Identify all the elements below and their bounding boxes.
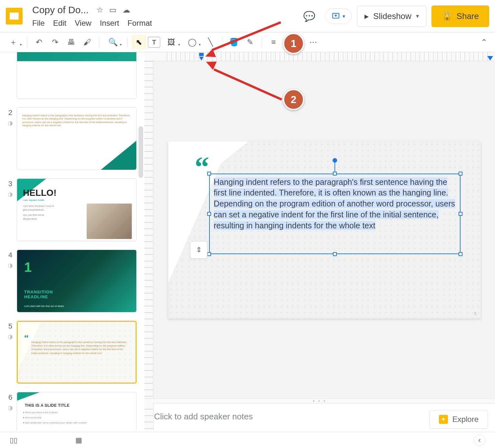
ruler-right-indent[interactable] <box>487 56 493 61</box>
present-button[interactable]: ▾ <box>325 8 352 24</box>
slides-logo <box>6 8 23 24</box>
animation-icon: ◑ <box>8 333 13 340</box>
menu-file[interactable]: File <box>32 19 45 28</box>
shape-button[interactable]: ◯ <box>183 35 201 49</box>
filmstrip-slide[interactable]: 2 ◑ Hanging indent refers to the paragra… <box>4 107 137 170</box>
explore-icon: ✦ <box>439 415 448 424</box>
cloud-icon[interactable]: ☁ <box>122 5 130 14</box>
thumb-quote: “ <box>24 333 29 343</box>
redo-button[interactable]: ↷ <box>48 35 62 49</box>
chevron-down-icon: ▾ <box>343 13 345 19</box>
textbox-content[interactable]: Hanging indent refers to the paragraph's… <box>212 176 458 252</box>
thumb-photo <box>87 204 132 239</box>
menu-bar: File Edit View Insert Format <box>32 19 152 28</box>
resize-handle[interactable] <box>207 212 211 216</box>
slide-number: 6 <box>8 393 12 402</box>
thumb-text: Hanging indent refers to the paragraph's… <box>22 114 131 128</box>
star-icon[interactable]: ☆ <box>96 5 103 14</box>
select-tool-button[interactable]: ⬉ <box>132 35 146 49</box>
slideshow-button[interactable]: ▸ Slideshow ▾ <box>357 6 426 27</box>
filmstrip-scrollbar[interactable] <box>139 126 143 178</box>
notes-resize-bar[interactable]: ● ● ● <box>144 398 495 403</box>
new-slide-button[interactable]: ＋ <box>4 35 23 49</box>
slide-number: 2 <box>8 109 12 117</box>
document-title[interactable]: Copy of Do... <box>32 5 89 15</box>
slide-number: 4 <box>8 251 12 259</box>
resize-handle[interactable] <box>207 252 211 256</box>
explore-label: Explore <box>452 415 479 424</box>
back-button[interactable]: ‹ <box>474 434 485 446</box>
lock-icon: 🔒 <box>442 11 452 21</box>
resize-handle[interactable] <box>333 252 337 256</box>
animation-icon: ◑ <box>8 404 13 411</box>
menu-view[interactable]: View <box>75 19 92 28</box>
filmstrip-slide-selected[interactable]: 5 ◑ “ Hanging indent refers to the parag… <box>4 321 137 384</box>
doc-area: Copy of Do... ☆ ▭ ☁ File Edit View Inser… <box>32 5 152 28</box>
selected-textbox[interactable]: Hanging indent refers to the paragraph's… <box>209 174 461 254</box>
chevron-down-icon[interactable]: ▾ <box>416 13 419 20</box>
app-header: Copy of Do... ☆ ▭ ☁ File Edit View Inser… <box>0 0 495 33</box>
filmstrip-slide[interactable]: 3 ◑ HELLO! I am Jayden Smith I am here b… <box>4 178 137 241</box>
thumb-sub: I am Jayden Smith <box>23 199 44 202</box>
thumb-transition: TRANSITIONHEADLINE <box>24 290 53 299</box>
slide-canvas[interactable]: “ Hanging indent refers to the paragraph… <box>168 141 481 319</box>
thumb-transition-sub: Let's start with the first set of slides <box>24 305 64 308</box>
present-up-icon <box>332 12 340 20</box>
resize-handle[interactable] <box>459 252 462 256</box>
undo-button[interactable]: ↶ <box>32 35 46 49</box>
ruler-first-line-indent[interactable] <box>199 53 204 56</box>
drag-handle-icon[interactable]: ⇕ <box>190 241 208 259</box>
separator <box>27 37 27 47</box>
menu-format[interactable]: Format <box>128 19 152 28</box>
textbox-tool-button[interactable]: T <box>148 37 160 48</box>
filmstrip-view-icon[interactable]: ▯▯ <box>10 436 17 444</box>
paint-format-button[interactable]: 🖌 <box>80 35 94 49</box>
grid-view-icon[interactable]: ▦ <box>75 436 82 444</box>
print-button[interactable]: 🖶 <box>64 35 78 49</box>
line-spacing-button[interactable]: ☰ <box>283 35 297 49</box>
share-button[interactable]: 🔒 Share <box>432 5 489 27</box>
image-button[interactable]: 🖼 <box>162 35 181 49</box>
separator <box>301 37 302 47</box>
collapse-toolbar-button[interactable]: ⌃ <box>477 35 491 49</box>
resize-handle[interactable] <box>459 172 462 176</box>
filmstrip[interactable]: 2 ◑ Hanging indent refers to the paragra… <box>0 52 144 430</box>
align-button[interactable]: ≡ <box>267 35 281 49</box>
slide-number: 3 <box>8 180 12 188</box>
slide-page-number: 5 <box>474 311 476 316</box>
share-label: Share <box>457 11 479 21</box>
move-icon[interactable]: ▭ <box>109 5 117 14</box>
horizontal-ruler[interactable] <box>144 52 495 61</box>
rotate-handle[interactable] <box>333 158 337 163</box>
slide-number: 5 <box>8 322 12 330</box>
main-area: 2 ◑ Hanging indent refers to the paragra… <box>0 52 495 430</box>
slideshow-label: Slideshow <box>373 11 412 21</box>
filmstrip-slide[interactable]: 6 ◑ THIS IS A SLIDE TITLE ● Here you hav… <box>4 392 137 430</box>
bottom-bar: ▯▯ ▦ ‹ <box>0 432 495 448</box>
resize-handle[interactable] <box>459 212 462 216</box>
menu-insert[interactable]: Insert <box>100 19 119 28</box>
animation-icon: ◑ <box>8 262 13 269</box>
more-button[interactable]: ⋯ <box>306 35 320 49</box>
resize-handle[interactable] <box>333 172 337 176</box>
play-icon: ▸ <box>364 11 369 21</box>
filmstrip-slide[interactable]: 4 ◑ 1 TRANSITIONHEADLINE Let's start wit… <box>4 250 137 312</box>
separator <box>262 37 262 47</box>
explore-button[interactable]: ✦ Explore <box>430 410 488 429</box>
speaker-notes-placeholder: Click to add speaker notes <box>154 412 253 422</box>
thumb-hello: HELLO! <box>23 188 56 198</box>
thumb-para: Hanging indent refers to the paragraph's… <box>31 340 128 355</box>
animation-icon: ◑ <box>8 119 13 127</box>
ruler-left-indent[interactable] <box>199 57 204 61</box>
filmstrip-slide[interactable] <box>4 52 137 99</box>
animation-icon: ◑ <box>8 191 13 198</box>
resize-handle[interactable] <box>207 172 211 176</box>
menu-edit[interactable]: Edit <box>53 19 66 28</box>
comments-icon[interactable]: 💬 <box>299 7 320 25</box>
thumb-bignum: 1 <box>24 260 32 275</box>
thumb-title: THIS IS A SLIDE TITLE <box>25 403 70 408</box>
separator <box>99 37 99 47</box>
quote-icon: “ <box>195 161 209 173</box>
separator <box>127 37 127 47</box>
zoom-button[interactable]: 🔍 <box>104 35 122 49</box>
